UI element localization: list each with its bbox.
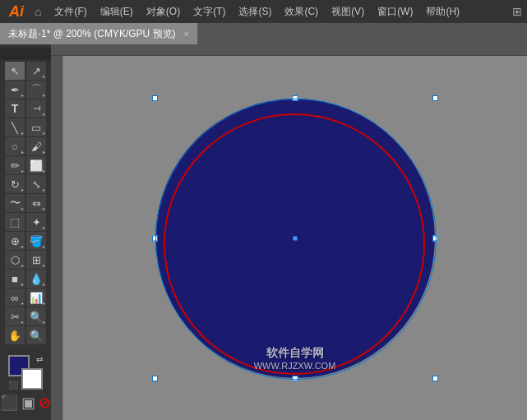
curvature-tool[interactable]: ⌒▸: [26, 81, 46, 99]
extra-icons: ⬛ ▣ ⊘: [0, 394, 51, 412]
menu-text[interactable]: 文字(T): [187, 2, 232, 22]
vertical-type-tool[interactable]: T▸: [26, 99, 46, 118]
free-transform-tool[interactable]: ⬚: [5, 213, 25, 231]
home-icon[interactable]: ⌂: [35, 5, 41, 18]
ellipse-tool[interactable]: ○▸: [5, 137, 25, 155]
toolbar: ↖ ↗▸ ✒▸ ⌒▸ T T▸ ╲▸ ▭▸ ○▸ 🖌▸ ✏▸ ⬜▸ ↻▸ ⤡▸ …: [0, 44, 51, 420]
color-section: ⇄ ⬛ ⬛ ▣ ⊘: [0, 350, 54, 417]
tool-row-14: ✂▸ 🔍▸: [3, 307, 48, 325]
width-tool[interactable]: ⇔▸: [26, 194, 46, 212]
rotate-tool[interactable]: ↻▸: [5, 175, 25, 193]
tool-row-11: ⬡▸ ⊞▸: [3, 251, 48, 269]
tool-row-2: ✒▸ ⌒▸: [3, 81, 48, 99]
reset-colors-icon[interactable]: ⬛: [8, 381, 18, 390]
canvas-background: 软件自学网 WWW.RJZXW.COM: [62, 56, 527, 420]
grid-icon[interactable]: ⊞: [512, 5, 522, 18]
menu-edit[interactable]: 编辑(E): [94, 2, 140, 22]
warp-tool[interactable]: 〜▸: [5, 194, 25, 212]
tab-bar: 未标题-1* @ 200% (CMYK/GPU 预览) ×: [0, 23, 527, 44]
tool-row-13: ∞▸ 📊▸: [3, 288, 48, 307]
ruler-top: [51, 44, 527, 56]
shape-builder-tool[interactable]: ⊕▸: [5, 232, 25, 250]
menu-bar: 文件(F) 编辑(E) 对象(O) 文字(T) 选择(S) 效果(C) 视图(V…: [48, 2, 506, 22]
color-swatches: ⇄ ⬛: [8, 355, 43, 390]
hand-tool[interactable]: ✋: [5, 326, 25, 344]
handle-bottom[interactable]: [292, 376, 298, 381]
tool-row-4: ╲▸ ▭▸: [3, 118, 48, 136]
paintbrush-tool[interactable]: 🖌▸: [26, 137, 46, 155]
app-logo: Ai: [5, 3, 28, 21]
handle-left[interactable]: [152, 235, 158, 241]
menu-effect[interactable]: 效果(C): [278, 2, 325, 22]
gradient-mode-icon[interactable]: ▣: [21, 394, 35, 412]
tool-row-7: ↻▸ ⤡▸: [3, 175, 48, 193]
menu-view[interactable]: 视图(V): [325, 2, 371, 22]
puppet-warp-tool[interactable]: ✦▸: [26, 213, 46, 231]
zoom-tool[interactable]: 🔍▸: [26, 307, 46, 325]
tab-label: 未标题-1* @ 200% (CMYK/GPU 预览): [8, 27, 176, 41]
artboard[interactable]: [155, 99, 435, 378]
handle-right[interactable]: [432, 235, 438, 241]
bar-chart-tool[interactable]: 📊▸: [26, 288, 46, 307]
circle-stroke: [164, 113, 425, 375]
blend-tool[interactable]: ∞▸: [5, 288, 25, 307]
zoom-tool-2[interactable]: 🔍: [26, 326, 46, 344]
tool-row-3: T T▸: [3, 99, 48, 118]
scale-tool[interactable]: ⤡▸: [26, 175, 46, 193]
tool-row-6: ✏▸ ⬜▸: [3, 156, 48, 174]
slice-tool[interactable]: ✂▸: [5, 307, 25, 325]
mesh-tool[interactable]: ⊞▸: [26, 251, 46, 269]
menu-file[interactable]: 文件(F): [48, 2, 93, 22]
color-mode-icon[interactable]: ⬛: [0, 394, 18, 412]
menu-help[interactable]: 帮助(H): [419, 2, 466, 22]
eyedropper-tool[interactable]: 💧▸: [26, 270, 46, 288]
none-mode-icon[interactable]: ⊘: [39, 394, 51, 412]
tool-row-12: ■▸ 💧▸: [3, 270, 48, 288]
live-paint-tool[interactable]: 🪣▸: [26, 232, 46, 250]
line-tool[interactable]: ╲▸: [5, 118, 25, 136]
menu-object[interactable]: 对象(O): [140, 2, 187, 22]
pencil-tool[interactable]: ✏▸: [5, 156, 25, 174]
select-tool[interactable]: ↖: [5, 62, 25, 80]
perspective-grid-tool[interactable]: ⬡▸: [5, 251, 25, 269]
stroke-color-box[interactable]: [21, 368, 43, 390]
title-bar: Ai ⌂ 文件(F) 编辑(E) 对象(O) 文字(T) 选择(S) 效果(C)…: [0, 0, 527, 23]
menu-window[interactable]: 窗口(W): [371, 2, 419, 22]
direct-select-tool[interactable]: ↗▸: [26, 62, 46, 80]
canvas-area[interactable]: 软件自学网 WWW.RJZXW.COM: [51, 44, 527, 420]
tool-row-5: ○▸ 🖌▸: [3, 137, 48, 155]
swap-colors-icon[interactable]: ⇄: [36, 355, 43, 364]
handle-top[interactable]: [292, 95, 298, 101]
gradient-tool[interactable]: ■▸: [5, 270, 25, 288]
tool-row-15: ✋ 🔍: [3, 326, 48, 344]
ruler-left: [51, 56, 62, 420]
tool-row-1: ↖ ↗▸: [3, 62, 48, 80]
handle-top-right[interactable]: [432, 95, 438, 101]
tool-row-9: ⬚ ✦▸: [3, 213, 48, 231]
menu-select[interactable]: 选择(S): [232, 2, 278, 22]
tool-row-10: ⊕▸ 🪣▸: [3, 232, 48, 250]
handle-bottom-left[interactable]: [152, 376, 158, 381]
rectangle-tool[interactable]: ▭▸: [26, 118, 46, 136]
tool-row-8: 〜▸ ⇔▸: [3, 194, 48, 212]
active-tab[interactable]: 未标题-1* @ 200% (CMYK/GPU 预览) ×: [0, 23, 197, 44]
type-tool[interactable]: T: [5, 99, 25, 118]
pen-tool[interactable]: ✒▸: [5, 81, 25, 99]
handle-bottom-right[interactable]: [432, 376, 438, 381]
tab-close-button[interactable]: ×: [184, 29, 189, 39]
handle-top-left[interactable]: [152, 95, 158, 101]
eraser-tool[interactable]: ⬜▸: [26, 156, 46, 174]
toolbar-ruler: [0, 48, 51, 59]
main-area: ↖ ↗▸ ✒▸ ⌒▸ T T▸ ╲▸ ▭▸ ○▸ 🖌▸ ✏▸ ⬜▸ ↻▸ ⤡▸ …: [0, 44, 527, 420]
center-point: [293, 236, 297, 240]
